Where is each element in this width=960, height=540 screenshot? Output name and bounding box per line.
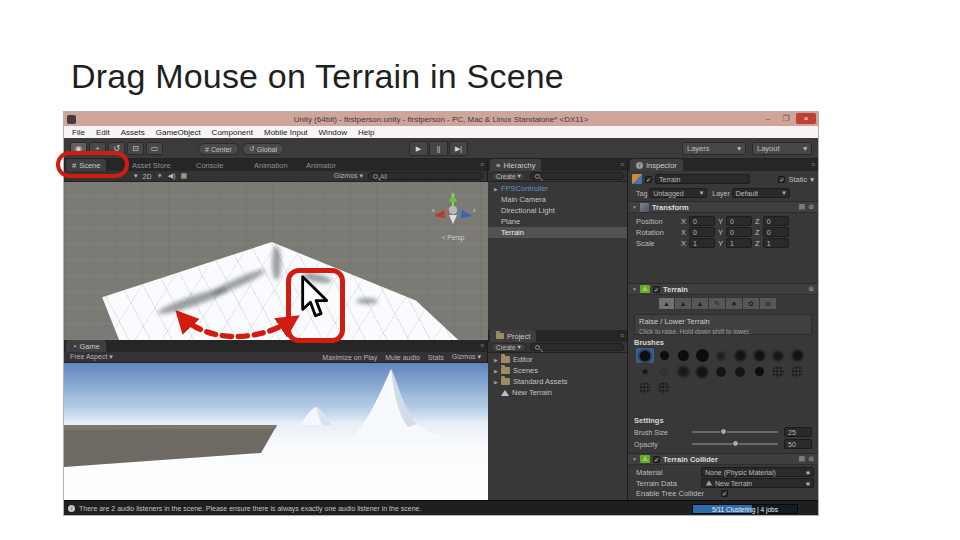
brush-cell[interactable] <box>750 364 768 379</box>
hierarchy-item-fpscontroller[interactable]: ▶FPSController <box>488 183 627 194</box>
expand-icon[interactable]: ▶ <box>494 379 498 385</box>
game-gizmos-dropdown[interactable]: Gizmos ▾ <box>452 353 481 361</box>
terrain-data-field[interactable]: New Terrain◉ <box>701 478 814 488</box>
panel-menu-icon[interactable]: ≡ <box>480 342 484 349</box>
panel-menu-icon[interactable]: ≡ <box>620 332 624 339</box>
brush-cell[interactable] <box>655 380 673 395</box>
hierarchy-item-main-camera[interactable]: Main Camera <box>488 194 627 205</box>
tab-animator[interactable]: Animator <box>306 161 336 170</box>
material-field[interactable]: None (Physic Material)◉ <box>701 467 814 477</box>
fold-icon[interactable]: ▼ <box>632 286 637 292</box>
project-item-editor[interactable]: ▶Editor <box>488 354 627 365</box>
project-item-standard-assets[interactable]: ▶Standard Assets <box>488 376 627 387</box>
panel-menu-icon[interactable]: ≡ <box>480 161 484 168</box>
tab-asset-store[interactable]: Asset Store <box>132 161 171 170</box>
step-button[interactable]: ▶| <box>449 141 468 156</box>
menu-file[interactable]: File <box>72 128 85 137</box>
lighting-toggle-icon[interactable]: ☀ <box>156 172 162 180</box>
object-picker-icon[interactable]: ◉ <box>806 480 810 486</box>
project-create-button[interactable]: Create▾ <box>491 343 526 352</box>
tab-inspector[interactable]: i Inspector <box>630 159 683 171</box>
scale-z-field[interactable]: 1 <box>763 238 789 248</box>
position-x-field[interactable]: 0 <box>689 216 715 226</box>
paint-height-tool[interactable]: ▲ <box>675 297 692 310</box>
brush-cell[interactable] <box>693 364 711 379</box>
brush-cell[interactable] <box>769 348 787 363</box>
hierarchy-item-terrain[interactable]: Terrain <box>488 227 627 238</box>
collider-enabled-checkbox[interactable]: ✓ <box>653 456 660 463</box>
opacity-slider[interactable] <box>692 443 778 445</box>
menu-gameobject[interactable]: GameObject <box>156 128 201 137</box>
project-item-new-terrain[interactable]: New Terrain <box>488 387 627 398</box>
tab-animation[interactable]: Animation <box>254 161 287 170</box>
perspective-label[interactable]: < Persp <box>430 234 476 241</box>
project-item-scenes[interactable]: ▶Scenes <box>488 365 627 376</box>
rotation-x-field[interactable]: 0 <box>689 227 715 237</box>
transform-component-header[interactable]: ▼ Transform ▤⊛ <box>628 201 818 213</box>
play-button[interactable]: ▶ <box>409 141 428 156</box>
gear-icon[interactable]: ⊛ <box>808 203 814 211</box>
scale-y-field[interactable]: 1 <box>726 238 752 248</box>
rotation-z-field[interactable]: 0 <box>763 227 789 237</box>
fold-icon[interactable]: ▼ <box>632 456 637 462</box>
shaded-dropdown[interactable]: ▾ <box>134 172 138 180</box>
maximize-button[interactable]: ❐ <box>778 113 794 124</box>
position-y-field[interactable]: 0 <box>726 216 752 226</box>
effects-toggle-icon[interactable]: ▦ <box>180 172 187 180</box>
brush-cell[interactable] <box>636 348 654 363</box>
project-search-input[interactable] <box>530 343 624 351</box>
brush-cell[interactable] <box>788 364 806 379</box>
terrain-component-header[interactable]: ▼ ✓ Terrain ⊛ <box>628 283 818 295</box>
brush-cell[interactable] <box>674 364 692 379</box>
help-icon[interactable]: ▤ <box>799 455 806 463</box>
brush-cell[interactable] <box>674 348 692 363</box>
position-z-field[interactable]: 0 <box>763 216 789 226</box>
brush-cell[interactable]: ★ <box>636 364 654 379</box>
help-icon[interactable]: ▤ <box>799 203 806 211</box>
terrain-settings-tool[interactable]: ⊛ <box>760 297 777 310</box>
brush-cell[interactable] <box>731 348 749 363</box>
fold-icon[interactable]: ▼ <box>632 204 637 210</box>
gizmos-dropdown[interactable]: Gizmos ▾ <box>334 172 363 180</box>
object-picker-icon[interactable]: ◉ <box>806 469 810 475</box>
tag-dropdown[interactable]: Untagged▾ <box>649 188 707 198</box>
menu-window[interactable]: Window <box>319 128 347 137</box>
gear-icon[interactable]: ⊛ <box>808 455 814 463</box>
close-button[interactable]: × <box>796 113 816 124</box>
brush-cell[interactable] <box>693 348 711 363</box>
brush-cell[interactable] <box>788 348 806 363</box>
terrain-collider-header[interactable]: ▼ ✓ Terrain Collider ▤⊛ <box>628 453 818 465</box>
expand-icon[interactable]: ▶ <box>494 186 498 192</box>
tab-game[interactable]: ◔ Game <box>66 340 106 352</box>
stats-toggle[interactable]: Stats <box>428 354 444 361</box>
brush-cell[interactable] <box>636 380 654 395</box>
layout-dropdown[interactable]: Layout ▾ <box>752 142 812 155</box>
hierarchy-create-button[interactable]: Create▾ <box>491 172 526 181</box>
raise-lower-tool[interactable]: ▲ <box>658 297 675 310</box>
brush-size-value-field[interactable]: 25 <box>784 427 812 437</box>
static-checkbox[interactable]: ✓ <box>778 176 785 183</box>
panel-menu-icon[interactable]: ≡ <box>811 161 815 168</box>
brush-cell[interactable] <box>750 348 768 363</box>
hierarchy-search-input[interactable] <box>530 172 624 180</box>
hierarchy-item-plane[interactable]: Plane <box>488 216 627 227</box>
brush-cell[interactable] <box>712 348 730 363</box>
menu-help[interactable]: Help <box>358 128 374 137</box>
2d-toggle[interactable]: 2D <box>143 173 152 180</box>
static-dropdown-icon[interactable]: ▾ <box>810 175 814 184</box>
scale-tool-icon[interactable]: ⊡ <box>127 142 144 155</box>
menu-assets[interactable]: Assets <box>121 128 145 137</box>
opacity-value-field[interactable]: 50 <box>784 439 812 449</box>
rect-tool-icon[interactable]: ▭ <box>146 142 163 155</box>
brush-cell[interactable] <box>655 348 673 363</box>
active-checkbox[interactable]: ✓ <box>645 176 652 183</box>
panel-menu-icon[interactable]: ≡ <box>620 161 624 168</box>
audio-toggle-icon[interactable]: ◀) <box>168 172 176 180</box>
rotation-y-field[interactable]: 0 <box>726 227 752 237</box>
brush-cell[interactable] <box>731 364 749 379</box>
paint-details-tool[interactable]: ✿ <box>743 297 760 310</box>
tab-console[interactable]: Console <box>196 161 224 170</box>
expand-icon[interactable]: ▶ <box>494 368 498 374</box>
pivot-global-button[interactable]: ↺Global <box>242 143 284 155</box>
tab-project[interactable]: Project <box>490 330 536 342</box>
